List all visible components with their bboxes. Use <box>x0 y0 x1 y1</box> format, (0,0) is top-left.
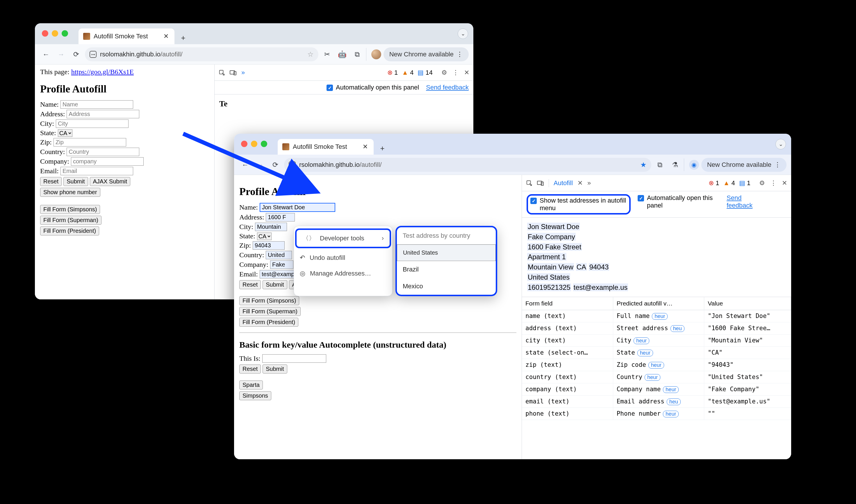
submenu-item-mexico[interactable]: Mexico <box>397 278 496 295</box>
warning-count[interactable]: ▲ 4 <box>723 179 735 187</box>
back-button[interactable]: ← <box>239 158 251 171</box>
devtools-close-icon[interactable]: ✕ <box>464 69 469 76</box>
new-tab-button[interactable]: + <box>177 31 190 44</box>
simpsons-button[interactable]: Simpsons <box>239 391 271 400</box>
ctx-manage-addresses[interactable]: ◎ Manage Addresses… <box>294 266 392 281</box>
address-bar[interactable]: ⊶ rsolomakhin.github.io/autofill/ ☆ <box>85 47 318 61</box>
devtools-kebab-icon[interactable]: ⋮ <box>452 69 459 76</box>
close-window-button[interactable] <box>241 141 247 147</box>
table-row[interactable]: country (text)Countryheur"United States" <box>522 371 791 383</box>
inspect-icon[interactable] <box>526 180 532 186</box>
submenu-item-us[interactable]: United States <box>397 245 496 261</box>
info-count[interactable]: ▤ 1 <box>739 179 750 187</box>
table-row[interactable]: address (text)Street addressheu"1600 Fak… <box>522 322 791 335</box>
reset-button[interactable]: Reset <box>239 280 261 289</box>
address-input[interactable] <box>266 213 295 221</box>
submit-button[interactable]: Submit <box>263 280 287 289</box>
close-tab-icon[interactable]: ✕ <box>162 33 170 40</box>
table-row[interactable]: city (text)Cityheur"Mountain View" <box>522 335 791 347</box>
table-row[interactable]: zip (text)Zip codeheur"94043" <box>522 359 791 371</box>
browser-tab[interactable]: Autofill Smoke Test ✕ <box>78 29 175 44</box>
name-input[interactable] <box>60 100 133 109</box>
site-info-icon[interactable]: ⊶ <box>90 51 96 58</box>
extensions-icon[interactable]: ⧉ <box>351 48 364 61</box>
devtools-kebab-icon[interactable]: ⋮ <box>770 179 777 187</box>
company-input[interactable] <box>270 260 293 269</box>
tab-overflow-button[interactable]: ⌄ <box>775 139 786 149</box>
new-chrome-chip[interactable]: New Chrome available ⋮ <box>701 158 786 172</box>
minimize-window-button[interactable] <box>52 30 58 37</box>
country-input[interactable] <box>266 251 292 259</box>
fill-simpsons-button[interactable]: Fill Form (Simpsons) <box>40 205 100 214</box>
checkbox-checked-icon[interactable]: ✓ <box>326 85 333 91</box>
send-feedback-link[interactable]: Send feedback <box>426 84 469 91</box>
fill-president-button[interactable]: Fill Form (President) <box>239 318 298 327</box>
labs-icon[interactable]: ⚗ <box>669 158 681 171</box>
close-window-button[interactable] <box>42 30 48 37</box>
submenu-item-brazil[interactable]: Brazil <box>397 261 496 278</box>
profile-avatar[interactable] <box>371 49 381 59</box>
reset-button-2[interactable]: Reset <box>239 364 261 374</box>
device-toolbar-icon[interactable] <box>537 180 544 186</box>
settings-gear-icon[interactable]: ⚙ <box>759 179 765 187</box>
autofill-tab[interactable]: Autofill <box>554 179 573 187</box>
more-tabs-icon[interactable]: » <box>587 179 591 187</box>
device-toolbar-icon[interactable] <box>230 70 237 76</box>
city-input[interactable] <box>56 120 128 128</box>
thisis-input[interactable] <box>262 354 326 363</box>
state-select[interactable]: CA <box>58 129 72 137</box>
auto-open-checkbox-row[interactable]: ✓ Automatically open this panel <box>326 84 419 91</box>
robot-icon[interactable]: 🤖 <box>336 48 349 61</box>
reload-button[interactable]: ⟳ <box>70 48 83 61</box>
submit-button[interactable]: Submit <box>64 177 88 186</box>
table-row[interactable]: phone (text)Phone numberheur"" <box>522 408 791 420</box>
company-input[interactable] <box>71 157 144 166</box>
bookmark-star-icon[interactable]: ★ <box>640 161 647 169</box>
close-tab-icon[interactable]: ✕ <box>361 143 369 150</box>
reset-button[interactable]: Reset <box>40 177 61 186</box>
devtools-close-icon[interactable]: ✕ <box>782 179 787 187</box>
forward-button[interactable]: → <box>254 158 267 171</box>
ctx-undo-autofill[interactable]: ↶ Undo autofill <box>294 250 392 266</box>
sparta-button[interactable]: Sparta <box>239 380 263 390</box>
address-bar[interactable]: ⊶ rsolomakhin.github.io/autofill/ ★ <box>284 158 651 172</box>
minimize-window-button[interactable] <box>251 141 257 147</box>
forward-button[interactable]: → <box>55 48 68 61</box>
new-chrome-chip[interactable]: New Chrome available ⋮ <box>384 47 469 61</box>
maximize-window-button[interactable] <box>261 141 267 147</box>
table-row[interactable]: company (text)Company nameheur"Fake Comp… <box>522 383 791 396</box>
show-test-addresses-checkbox[interactable]: ✓ Show test addresses in autofill menu <box>527 194 631 215</box>
name-input[interactable] <box>260 203 335 212</box>
zip-input[interactable] <box>54 138 126 146</box>
back-button[interactable]: ← <box>39 48 52 61</box>
site-info-icon[interactable]: ⊶ <box>289 161 296 168</box>
bookmark-star-icon[interactable]: ☆ <box>307 50 314 58</box>
checkbox-checked-icon[interactable]: ✓ <box>530 198 537 204</box>
extensions-icon[interactable]: ⧉ <box>654 158 666 171</box>
col-predicted[interactable]: Predicted autofill v… <box>613 297 705 310</box>
error-count[interactable]: ⊗ 1 <box>387 69 398 76</box>
fill-superman-button[interactable]: Fill Form (Superman) <box>40 216 102 225</box>
country-input[interactable] <box>67 148 139 156</box>
ajax-submit-button[interactable]: AJAX Submit <box>90 177 130 186</box>
ctx-developer-tools[interactable]: 〈〉 Developer tools › <box>295 229 391 248</box>
browser-tab[interactable]: Autofill Smoke Test ✕ <box>278 139 374 155</box>
maximize-window-button[interactable] <box>61 30 68 37</box>
zip-input[interactable] <box>253 241 285 250</box>
settings-gear-icon[interactable]: ⚙ <box>441 69 447 76</box>
scissors-icon[interactable]: ✂ <box>321 48 334 61</box>
col-value[interactable]: Value <box>704 297 791 310</box>
submit-button-2[interactable]: Submit <box>263 364 287 374</box>
this-page-link[interactable]: https://goo.gl/B6Xs1E <box>71 68 134 76</box>
table-row[interactable]: email (text)Email addressheu"test@exampl… <box>522 396 791 408</box>
address-input[interactable] <box>67 110 139 118</box>
fill-president-button[interactable]: Fill Form (President) <box>40 227 99 235</box>
info-count[interactable]: ▤ 14 <box>417 69 433 76</box>
checkbox-checked-icon[interactable]: ✓ <box>638 195 644 201</box>
show-phone-button[interactable]: Show phone number <box>40 188 100 197</box>
fill-superman-button[interactable]: Fill Form (Superman) <box>239 307 301 316</box>
state-select[interactable]: CA <box>257 233 271 240</box>
new-tab-button[interactable]: + <box>376 142 389 155</box>
close-tab-panel-icon[interactable]: ✕ <box>577 179 583 187</box>
col-form-field[interactable]: Form field <box>522 297 613 310</box>
